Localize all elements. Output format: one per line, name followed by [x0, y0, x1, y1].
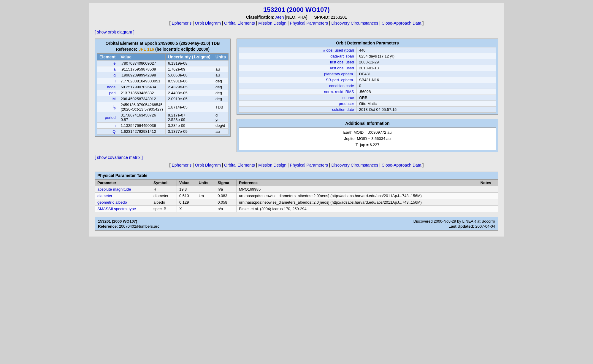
- od-value-obs: 440: [356, 47, 496, 53]
- od-label-obs: # obs. used (total): [239, 47, 357, 53]
- value-n: 1.132547664490036: [118, 123, 165, 129]
- spk-label: SPK-ID:: [314, 15, 330, 20]
- last-updated-label: Last Updated:: [448, 224, 474, 229]
- symbol-diameter: diameter: [151, 193, 177, 199]
- od-label-solution: solution date: [239, 107, 357, 113]
- value-M: 206.4502587343912: [118, 96, 165, 102]
- ref-abs-mag: MPO169985: [237, 186, 478, 193]
- symbol-albedo: albedo: [151, 199, 177, 206]
- element-a: a: [97, 66, 118, 72]
- od-label-producer: producer: [239, 101, 357, 107]
- units-tp: TDB: [213, 102, 229, 112]
- discovery-last-updated: Last Updated: 2007-04-04: [448, 224, 495, 229]
- units-e: [213, 60, 229, 66]
- param-albedo: geometric albedo: [95, 199, 151, 206]
- value-Q: 1.623142792981412: [118, 129, 165, 135]
- nav2-physical-parameters[interactable]: Physical Parameters: [290, 163, 328, 167]
- table-row: SMASSII spectral type spec_B X n/a Binze…: [95, 206, 498, 212]
- value-peri: 213.718563436332: [118, 90, 165, 96]
- nav2-discovery-circumstances[interactable]: Discovery Circumstances: [331, 163, 378, 167]
- unc-e: 6.1319e-08: [165, 60, 213, 66]
- units-abs-mag: [196, 186, 215, 193]
- show-cov-section: [ show covariance matrix ]: [95, 155, 498, 160]
- od-label-first: first obs. used: [239, 59, 357, 65]
- ref-albedo: urn:nasa:pds:neowise_diameters_albedos::…: [237, 199, 478, 206]
- nav-ephemeris[interactable]: Ephemeris: [172, 21, 191, 25]
- element-period: period: [97, 112, 118, 123]
- table-row: Q 1.623142792981412 3.1377e-09 au: [97, 129, 229, 135]
- jpl-116-link[interactable]: JPL 116: [138, 47, 154, 52]
- orbital-elements-header: Orbital Elements at Epoch 2459000.5 (202…: [97, 41, 229, 52]
- phys-col-units: Units: [196, 180, 215, 186]
- unc-a: 1.762e-09: [165, 66, 213, 72]
- table-row: M 206.4502587343912 2.0919e-05 deg: [97, 96, 229, 102]
- table-row: node 69.25179907026434 2.4329e-05 deg: [97, 84, 229, 90]
- table-row: peri 213.718563436332 2.4408e-05 deg: [97, 90, 229, 96]
- discovery-row2: Reference: 20070402/Numbers.arc Last Upd…: [98, 224, 495, 229]
- value-abs-mag: 19.3: [177, 186, 196, 193]
- od-value-sb-ephem: SB431-N16: [356, 77, 496, 83]
- table-row: absolute magnitude H 19.3 n/a MPO169985: [95, 186, 498, 193]
- physical-params-section: Physical Parameter Table Parameter Symbo…: [95, 172, 498, 212]
- table-row: n 1.132547664490036 3.284e-09 deg/d: [97, 123, 229, 129]
- value-e: .7807037408009027: [118, 60, 165, 66]
- show-orbit-section: [ show orbit diagram ]: [95, 30, 498, 34]
- element-q: q: [97, 72, 118, 78]
- units-peri: deg: [213, 90, 229, 96]
- od-value-condition: 0: [356, 83, 496, 89]
- units-spectral: [196, 206, 215, 212]
- od-label-rms: norm. resid. RMS: [239, 89, 357, 95]
- discovery-text: Discovered 2000-Nov-29 by LINEAR at Soco…: [413, 219, 495, 223]
- table-row: q .1998923989942898 5.6053e-08 au: [97, 72, 229, 78]
- element-node: node: [97, 84, 118, 90]
- table-row: tp 2459136.079054268545(2020-Oct-13.5790…: [97, 102, 229, 112]
- nav-orbital-elements[interactable]: Orbital Elements: [224, 21, 255, 25]
- oe-header-line3: (heliocentric ecliptic J2000): [155, 47, 210, 52]
- value-tp: 2459136.079054268545(2020-Oct-13.5790542…: [118, 102, 165, 112]
- od-value-rms: .56028: [356, 89, 496, 95]
- nav-links-top: [ Ephemeris | Orbit Diagram | Orbital El…: [95, 21, 498, 25]
- units-Q: au: [213, 129, 229, 135]
- units-diameter: km: [196, 193, 215, 199]
- table-row: a .9115175959878509 1.762e-09 au: [97, 66, 229, 72]
- table-row: first obs. used 2000-11-29: [239, 59, 496, 65]
- units-a: au: [213, 66, 229, 72]
- sigma-abs-mag: n/a: [215, 186, 237, 193]
- nav2-orbital-elements[interactable]: Orbital Elements: [224, 163, 255, 167]
- nav-physical-parameters[interactable]: Physical Parameters: [290, 21, 328, 25]
- nav-orbit-diagram[interactable]: Orbit Diagram: [195, 21, 221, 25]
- jupiter-moid: Jupiter MOID = 3.56034 au: [242, 136, 493, 142]
- nav-discovery-circumstances[interactable]: Discovery Circumstances: [331, 21, 378, 25]
- sigma-albedo: 0.058: [215, 199, 237, 206]
- nav2-close-approach[interactable]: Close-Approach Data: [382, 163, 421, 167]
- show-orbit-link[interactable]: [ show orbit diagram ]: [95, 30, 134, 34]
- additional-info-title: Additional Information: [239, 121, 496, 126]
- od-label-condition: condition code: [239, 83, 357, 89]
- show-cov-link[interactable]: [ show covariance matrix ]: [95, 155, 143, 160]
- classification-line: Classification: Aten [NEO, PHA] SPK-ID: …: [95, 15, 498, 20]
- discovery-row1: 153201 (2000 WO107) Discovered 2000-Nov-…: [98, 219, 495, 223]
- nav2-mission-design[interactable]: Mission Design: [258, 163, 286, 167]
- nav2-ephemeris[interactable]: Ephemeris: [172, 163, 191, 167]
- main-content-row: Orbital Elements at Epoch 2459000.5 (202…: [95, 39, 498, 152]
- notes-abs-mag: [478, 186, 498, 193]
- table-row: norm. resid. RMS .56028: [239, 89, 496, 95]
- nav2-orbit-diagram[interactable]: Orbit Diagram: [195, 163, 221, 167]
- od-label-planet-ephem: planetary ephem.: [239, 71, 357, 77]
- od-value-first: 2000-11-29: [356, 59, 496, 65]
- earth-moid: Earth MOID = .00309772 au: [242, 130, 493, 136]
- element-Q: Q: [97, 129, 118, 135]
- table-row: diameter diameter 0.510 km 0.083 urn:nas…: [95, 193, 498, 199]
- nav-close-approach[interactable]: Close-Approach Data: [382, 21, 421, 25]
- reference-label: Reference:: [98, 224, 118, 229]
- phys-col-reference: Reference: [237, 180, 478, 186]
- nav-mission-design[interactable]: Mission Design: [258, 21, 286, 25]
- value-node: 69.25179907026434: [118, 84, 165, 90]
- table-row: last obs. used 2018-01-13: [239, 65, 496, 71]
- unc-q: 5.6053e-08: [165, 72, 213, 78]
- od-label-arc: data-arc span: [239, 53, 357, 59]
- additional-info-content: Earth MOID = .00309772 au Jupiter MOID =…: [239, 127, 496, 150]
- units-period: dyr: [213, 112, 229, 123]
- ref-diameter: urn:nasa:pds:neowise_diameters_albedos::…: [237, 193, 478, 199]
- od-value-solution: 2018-Oct-04 05:57:15: [356, 107, 496, 113]
